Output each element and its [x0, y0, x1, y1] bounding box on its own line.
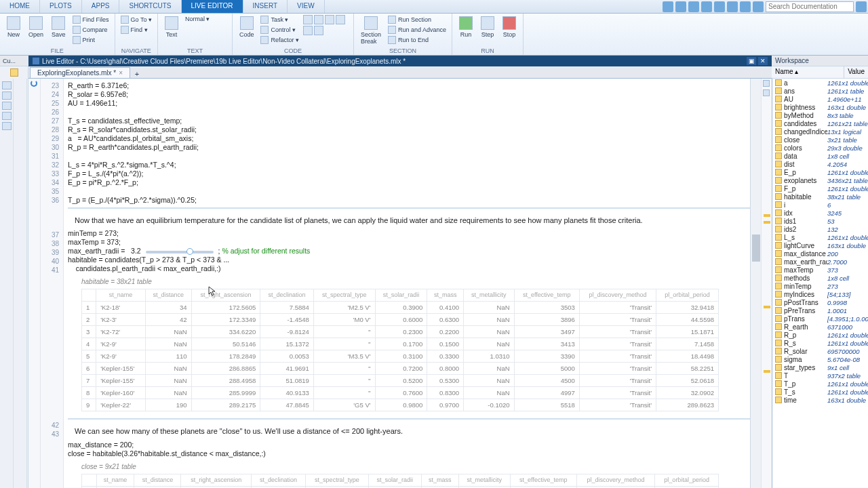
- workspace-variable-row[interactable]: max_earth_radii2.7000: [772, 258, 868, 266]
- tab-view[interactable]: VIEW: [288, 0, 325, 13]
- workspace-variable-row[interactable]: a1261x1 double: [772, 79, 868, 87]
- workspace-variable-row[interactable]: data1x8 cell: [772, 152, 868, 160]
- workspace-variable-row[interactable]: R_p1261x1 double: [772, 331, 868, 339]
- step-button[interactable]: Step: [478, 15, 497, 39]
- file-tab[interactable]: ExploringExoplanets.mlx *×: [30, 67, 130, 78]
- qat-icon[interactable]: [663, 1, 673, 12]
- text-button[interactable]: Text: [162, 15, 181, 39]
- tab-insert[interactable]: INSERT: [243, 0, 288, 13]
- workspace-variable-row[interactable]: T_s1261x1 double: [772, 388, 868, 396]
- workspace-variable-row[interactable]: R_s1261x1 double: [772, 339, 868, 347]
- workspace-variable-row[interactable]: ids2132: [772, 225, 868, 233]
- print-button[interactable]: Print: [71, 35, 111, 45]
- tab-plots[interactable]: PLOTS: [40, 0, 82, 13]
- workspace-variable-row[interactable]: candidates1261x21 table: [772, 119, 868, 127]
- new-button[interactable]: New: [4, 15, 23, 39]
- task-button[interactable]: Task ▾: [259, 15, 300, 24]
- folder-item-icon[interactable]: [2, 81, 12, 89]
- qat-icon[interactable]: [701, 1, 712, 12]
- workspace-variable-row[interactable]: minTemp273: [772, 282, 868, 290]
- workspace-variable-row[interactable]: max_distance200: [772, 249, 868, 258]
- workspace-variable-row[interactable]: R_solar695700000: [772, 347, 868, 355]
- workspace-variable-row[interactable]: ans1261x1 table: [772, 87, 868, 95]
- qat-icon[interactable]: [740, 1, 751, 12]
- folder-icon[interactable]: [10, 68, 18, 77]
- workspace-variable-row[interactable]: pTrans[4.3951;1.0.009]: [772, 314, 868, 323]
- smartindent-icon[interactable]: [314, 26, 323, 35]
- run-to-end-button[interactable]: Run to End: [387, 35, 448, 45]
- numlist-icon[interactable]: [195, 34, 205, 43]
- folder-item-icon[interactable]: [2, 112, 12, 120]
- workspace-variable-row[interactable]: byMethod8x3 table: [772, 111, 868, 119]
- workspace-variable-row[interactable]: AU1.4960e+11: [772, 95, 868, 103]
- editor-scrollbar[interactable]: [750, 79, 761, 488]
- code-editor[interactable]: R_earth = 6.371e6;R_solar = 6.957e8;AU =…: [64, 79, 750, 488]
- style-dropdown[interactable]: Normal ▾: [184, 15, 228, 23]
- help-icon[interactable]: [753, 1, 764, 12]
- tab-live-editor[interactable]: LIVE EDITOR: [182, 0, 243, 13]
- workspace-variable-row[interactable]: pPostTrans0.9998: [772, 298, 868, 306]
- align-icon[interactable]: [207, 34, 216, 43]
- run-advance-button[interactable]: Run and Advance: [387, 25, 448, 35]
- workspace-variable-row[interactable]: lightCurve163x1 double: [772, 241, 868, 249]
- workspace-variable-row[interactable]: F_p1261x1 double: [772, 184, 868, 192]
- workspace-variable-row[interactable]: maxTemp373: [772, 266, 868, 274]
- search-documentation-input[interactable]: [766, 1, 854, 12]
- workspace-variable-row[interactable]: star_types9x1 cell: [772, 363, 868, 371]
- workspace-variable-row[interactable]: colors29x3 double: [772, 144, 868, 152]
- outdent-icon[interactable]: [303, 26, 313, 35]
- workspace-variable-row[interactable]: exoplanets3436x21 table: [772, 176, 868, 184]
- workspace-variable-row[interactable]: time163x1 double: [772, 396, 868, 404]
- wrap-icon[interactable]: [325, 15, 334, 24]
- control-button[interactable]: Control ▾: [259, 25, 300, 35]
- workspace-variable-row[interactable]: myIndices[54;133]: [772, 290, 868, 298]
- qat-icon[interactable]: [727, 1, 738, 12]
- workspace-variable-row[interactable]: pPreTrans1.0001: [772, 306, 868, 314]
- qat-icon[interactable]: [688, 1, 699, 12]
- tab-shortcuts[interactable]: SHORTCUTS: [119, 0, 181, 13]
- tab-home[interactable]: HOME: [0, 0, 40, 13]
- folder-item-icon[interactable]: [2, 122, 12, 130]
- folder-item-icon[interactable]: [2, 102, 12, 110]
- workspace-variable-row[interactable]: R_earth6371000: [772, 323, 868, 331]
- workspace-variable-row[interactable]: changedIndices13x1 logical: [772, 127, 868, 136]
- workspace-col-value[interactable]: Value: [844, 66, 868, 78]
- workspace-variable-row[interactable]: close3x21 table: [772, 136, 868, 144]
- output-right-icon[interactable]: [763, 89, 770, 96]
- uncomment-icon[interactable]: [314, 15, 323, 24]
- workspace-variable-row[interactable]: ids153: [772, 217, 868, 225]
- bold-icon[interactable]: [184, 24, 193, 33]
- slider-control[interactable]: [146, 251, 214, 253]
- workspace-variable-row[interactable]: T_p1261x1 double: [772, 380, 868, 388]
- underline-icon[interactable]: [207, 24, 216, 33]
- workspace-variable-row[interactable]: L_s1261x1 double: [772, 233, 868, 241]
- workspace-col-name[interactable]: Name ▴: [772, 66, 844, 78]
- refactor-button[interactable]: Refactor ▾: [259, 35, 300, 45]
- run-section-button[interactable]: Run Section: [387, 15, 448, 24]
- qat-icon[interactable]: [675, 1, 686, 12]
- find-button[interactable]: Find ▾: [119, 25, 153, 35]
- workspace-variable-row[interactable]: brightness163x1 double: [772, 103, 868, 111]
- list-icon[interactable]: [184, 34, 193, 43]
- mono-icon[interactable]: [218, 24, 228, 33]
- qat-icon[interactable]: [714, 1, 725, 12]
- save-button[interactable]: Save: [49, 15, 68, 39]
- indent-icon[interactable]: [336, 15, 345, 24]
- open-button[interactable]: Open: [26, 15, 46, 39]
- folder-item-icon[interactable]: [2, 92, 12, 100]
- output-right-icon[interactable]: ▣: [747, 57, 756, 65]
- login-icon[interactable]: [856, 1, 867, 12]
- workspace-variable-row[interactable]: idx3245: [772, 209, 868, 217]
- compare-button[interactable]: Compare: [71, 25, 111, 35]
- workspace-variable-row[interactable]: habitable38x21 table: [772, 192, 868, 201]
- italic-icon[interactable]: [195, 24, 205, 33]
- workspace-variable-row[interactable]: i6: [772, 201, 868, 209]
- workspace-variable-row[interactable]: sigma5.6704e-08: [772, 355, 868, 363]
- find-files-button[interactable]: Find Files: [71, 15, 111, 24]
- workspace-variable-row[interactable]: E_p1261x1 double: [772, 168, 868, 176]
- workspace-variable-row[interactable]: methods1x8 cell: [772, 274, 868, 282]
- tab-apps[interactable]: APPS: [82, 0, 120, 13]
- add-tab-button[interactable]: +: [132, 70, 142, 78]
- workspace-variable-row[interactable]: dist4.2054: [772, 160, 868, 168]
- output-inline-icon[interactable]: [763, 80, 770, 87]
